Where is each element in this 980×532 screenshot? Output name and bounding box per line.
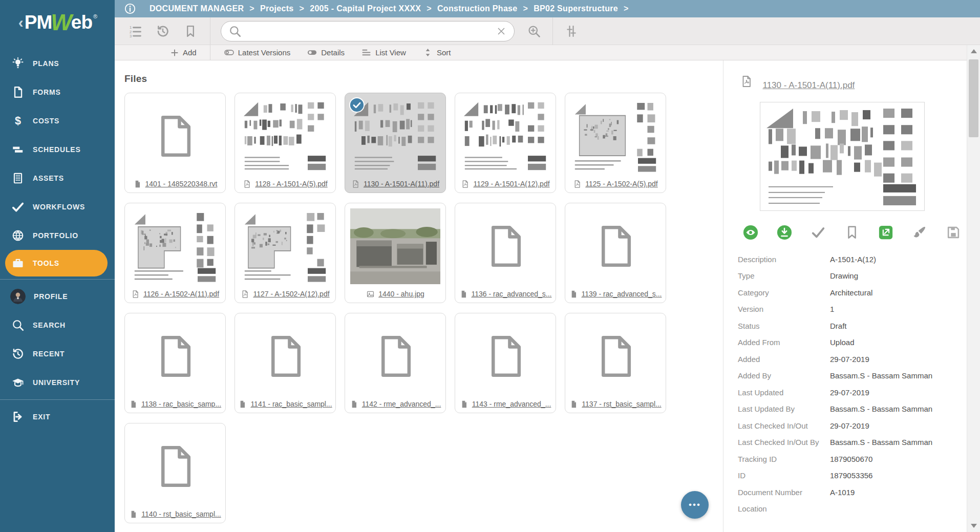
file-thumbnail [240,98,330,174]
file-card[interactable]: 1129 - A-1501-A(12).pdf [455,93,556,193]
top-toolbar: 123 [115,17,980,45]
toolbar-item-label: List View [375,48,406,57]
file-name-link[interactable]: 1138 - rac_basic_samp... [141,400,221,408]
file-card[interactable]: 1143 - rme_advanced_... [455,313,556,413]
file-name-link[interactable]: 1137 - rst_basic_sampl... [582,400,661,408]
file-name-link[interactable]: 1128 - A-1501-A(5).pdf [255,180,327,188]
sidebar-item-schedules[interactable]: SCHEDULES [0,135,115,164]
detail-field-row: Added FromUpload [738,334,967,351]
file-card[interactable]: 1142 - rme_advanced_... [345,313,446,413]
logo-text-w: W [51,10,72,35]
filter-settings-button[interactable] [563,23,580,39]
sidebar-item-profile[interactable]: PROFILE [0,282,115,311]
toolbar-add-button[interactable]: Add [162,45,205,60]
file-card[interactable]: 1141 - rac_basic_sampl... [235,313,336,413]
logo-text-pm: PM [25,12,52,33]
action-markup-brush-button[interactable] [912,225,927,240]
action-save-button[interactable] [946,225,961,240]
file-name-link[interactable]: 1127 - A-1502-A(12).pdf [253,290,329,298]
file-card[interactable]: 1137 - rst_basic_sampl... [565,313,666,413]
pmweb-logo[interactable]: ‹PMWeb® [0,0,115,45]
action-check-in-out-button[interactable] [811,225,826,240]
file-card[interactable]: 1140 - rst_basic_sampl... [124,423,226,523]
toolbar-latest-versions-button[interactable]: Latest Versions [216,45,299,60]
file-card[interactable]: 1127 - A-1502-A(12).pdf [235,203,336,303]
file-card[interactable]: 1440 - ahu.jpg [345,203,446,303]
sidebar-item-search[interactable]: SEARCH [0,311,115,339]
file-card[interactable]: 1139 - rac_advanced_s... [565,203,666,303]
numbered-list-button[interactable]: 123 [127,23,143,39]
brush-icon [912,225,927,240]
sidebar-item-costs[interactable]: $COSTS [0,107,115,135]
scroll-down-arrow[interactable] [971,524,977,528]
pdf-icon [573,180,582,188]
exit-icon [11,410,25,423]
scroll-up-arrow[interactable] [971,49,977,53]
action-download-button[interactable] [777,225,792,240]
check-icon [11,200,25,214]
vertical-scrollbar[interactable] [967,45,980,532]
file-card[interactable]: 1401 - 1485220348.rvt [124,93,226,193]
file-name-link[interactable]: 1143 - rme_advanced_... [472,400,551,408]
sidebar-item-recent[interactable]: RECENT [0,339,115,368]
breadcrumb-item[interactable]: Projects [260,4,294,13]
history-button[interactable] [155,23,171,39]
scrollbar-thumb[interactable] [969,59,978,137]
file-name-link[interactable]: 1136 - rac_advanced_s... [472,290,552,298]
sidebar-item-portfolio[interactable]: PORTFOLIO [0,221,115,250]
file-name-link[interactable]: 1125 - A-1502-A(5).pdf [585,180,657,188]
sidebar-item-exit[interactable]: EXIT [0,402,115,431]
sort-icon [422,47,433,58]
clear-search-button[interactable] [495,25,508,38]
file-card[interactable]: 1130 - A-1501-A(11).pdf [345,93,446,193]
file-card[interactable]: 1136 - rac_advanced_s... [455,203,556,303]
breadcrumb-item[interactable]: Construction Phase [437,4,518,13]
file-label: 1130 - A-1501-A(11).pdf [345,175,445,193]
file-name-link[interactable]: 1126 - A-1502-A(11).pdf [143,290,219,298]
toolbar-list-view-button[interactable]: List View [353,45,414,60]
file-card[interactable]: 1128 - A-1501-A(5).pdf [235,93,336,193]
file-card[interactable]: 1126 - A-1502-A(11).pdf [124,203,226,303]
info-icon[interactable] [124,3,136,15]
toolbar-details-button[interactable]: Details [299,45,353,60]
toolbar-item-label: Add [183,48,197,57]
file-name-link[interactable]: 1142 - rme_advanced_... [362,400,441,408]
lightbulb-icon [11,57,25,70]
file-name-link[interactable]: 1401 - 1485220348.rvt [145,180,218,188]
sidebar-item-label: RECENT [33,350,65,358]
file-label: 1127 - A-1502-A(12).pdf [235,285,335,303]
more-options-button[interactable]: ••• [681,491,709,519]
file-name-link[interactable]: 1440 - ahu.jpg [378,290,424,298]
sidebar-item-assets[interactable]: ASSETS [0,164,115,193]
file-name-link[interactable]: 1140 - rst_basic_sampl... [141,510,221,518]
file-card[interactable]: 1138 - rac_basic_samp... [124,313,226,413]
sidebar-item-workflows[interactable]: WORKFLOWS [0,193,115,221]
file-name-link[interactable]: 1141 - rac_basic_sampl... [250,400,332,408]
selected-check-badge [349,97,365,113]
sidebar-item-university[interactable]: UNIVERSITY [0,368,115,397]
files-area: Files 1401 - 1485220348.rvt1128 - A-1501… [115,60,723,532]
selected-file-link[interactable]: 1130 - A-1501-A(11).pdf [762,80,855,91]
search-input[interactable] [247,22,489,41]
file-name-link[interactable]: 1129 - A-1501-A(12).pdf [473,180,549,188]
breadcrumb-item[interactable]: BP02 Superstructure [534,4,618,13]
file-preview[interactable] [760,102,925,211]
sidebar-item-tools[interactable]: TOOLS [5,250,108,276]
action-open-edit-button[interactable] [878,225,893,240]
sidebar-item-plans[interactable]: PLANS [0,49,115,78]
zoom-search-button[interactable] [526,23,542,39]
file-name-link[interactable]: 1139 - rac_advanced_s... [582,290,662,298]
breadcrumb-separator: > [249,4,254,13]
breadcrumb-item[interactable]: 2005 - Capital Project XXXX [310,4,421,13]
action-view-button[interactable] [743,225,758,240]
field-value: 1 [830,305,834,313]
breadcrumb-item[interactable]: DOCUMENT MANAGER [150,4,244,13]
sidebar-item-forms[interactable]: FORMS [0,78,115,107]
bookmark-button[interactable] [182,23,199,39]
action-bookmark-button[interactable] [844,225,860,240]
file-card[interactable]: 1125 - A-1502-A(5).pdf [565,93,666,193]
field-value: 1879053356 [830,471,872,480]
file-label: 1139 - rac_advanced_s... [565,285,666,303]
file-name-link[interactable]: 1130 - A-1501-A(11).pdf [364,180,439,188]
toolbar-sort-button[interactable]: Sort [414,45,459,60]
